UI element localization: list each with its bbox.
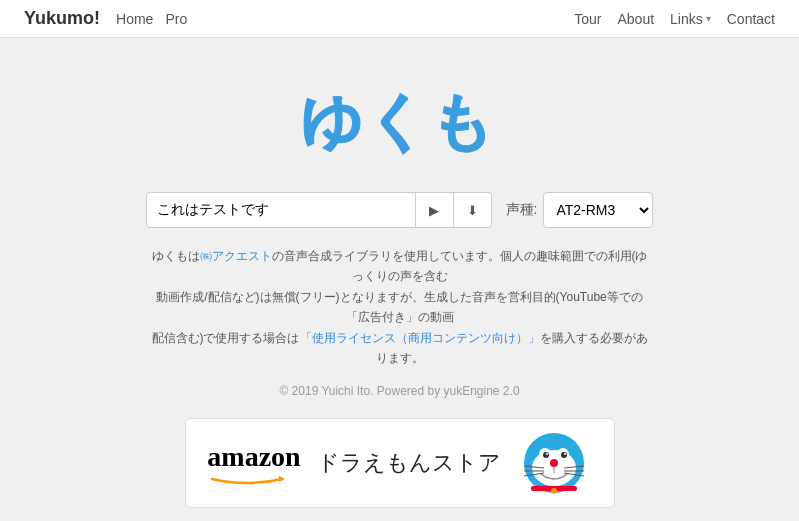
main-content: ゆくも！ 声種: AT2-RM3 AT2-RM1 AT2-TK1 ゆくもは㈱アク… [0, 38, 799, 521]
brand-logo[interactable]: Yukumo! [24, 8, 100, 29]
desc-text-2: の音声合成ライブラリを使用しています。個人の趣味範囲での利用(ゆっくりの声を含む [272, 249, 648, 283]
doraemon-image [517, 426, 592, 501]
desc-text-1: ゆくもは [152, 249, 200, 263]
doraemon-svg [519, 428, 589, 498]
play-button[interactable] [416, 192, 454, 228]
nav-right-links: Tour About Links ▾ Contact [574, 11, 775, 27]
desc-text-4: 配信含む)で使用する場合は [152, 331, 300, 345]
navbar: Yukumo! Home Pro Tour About Links ▾ Cont… [0, 0, 799, 38]
amazon-wordmark: amazon [207, 441, 300, 473]
amazon-logo-area: amazon [207, 441, 300, 485]
tts-text-input[interactable] [146, 192, 416, 228]
chevron-down-icon: ▾ [706, 13, 711, 24]
svg-point-6 [543, 452, 549, 458]
nav-link-links-dropdown[interactable]: Links ▾ [670, 11, 711, 27]
download-button[interactable] [454, 192, 492, 228]
amazon-store-text: ドラえもんストア [317, 448, 501, 478]
description-text: ゆくもは㈱アクエストの音声合成ライブラリを使用しています。個人の趣味範囲での利用… [150, 246, 650, 368]
svg-point-10 [550, 459, 558, 467]
amazon-smile-arrow [207, 473, 287, 485]
nav-link-home[interactable]: Home [116, 11, 153, 27]
logo-container: ゆくも！ [290, 78, 510, 162]
nav-link-contact[interactable]: Contact [727, 11, 775, 27]
copyright-text: © 2019 Yuichi Ito. Powered by yukEngine … [279, 384, 519, 398]
aquest-link[interactable]: ㈱アクエスト [200, 249, 272, 263]
nav-link-links-label: Links [670, 11, 703, 27]
play-icon [429, 202, 439, 218]
voice-label: 声種: [506, 201, 538, 219]
site-logo: ゆくも！ [290, 78, 510, 158]
svg-text:ゆくも！: ゆくも！ [300, 87, 510, 156]
voice-selector[interactable]: AT2-RM3 AT2-RM1 AT2-TK1 [543, 192, 653, 228]
input-row: 声種: AT2-RM3 AT2-RM1 AT2-TK1 [146, 192, 654, 228]
amazon-text-a: amazon [207, 441, 300, 472]
svg-point-8 [546, 453, 548, 455]
nav-left-links: Home Pro [116, 11, 574, 27]
svg-point-7 [561, 452, 567, 458]
download-icon [467, 202, 478, 218]
svg-point-19 [551, 488, 557, 494]
nav-link-tour[interactable]: Tour [574, 11, 601, 27]
svg-point-9 [564, 453, 566, 455]
nav-link-about[interactable]: About [617, 11, 654, 27]
desc-text-3: 動画作成/配信など)は無償(フリー)となりますが、生成した音声を営利目的(You… [156, 290, 642, 324]
amazon-banner[interactable]: amazon ドラえもんストア [185, 418, 615, 508]
license-link[interactable]: 「使用ライセンス（商用コンテンツ向け）」 [300, 331, 540, 345]
nav-link-pro[interactable]: Pro [165, 11, 187, 27]
svg-marker-1 [279, 476, 285, 482]
